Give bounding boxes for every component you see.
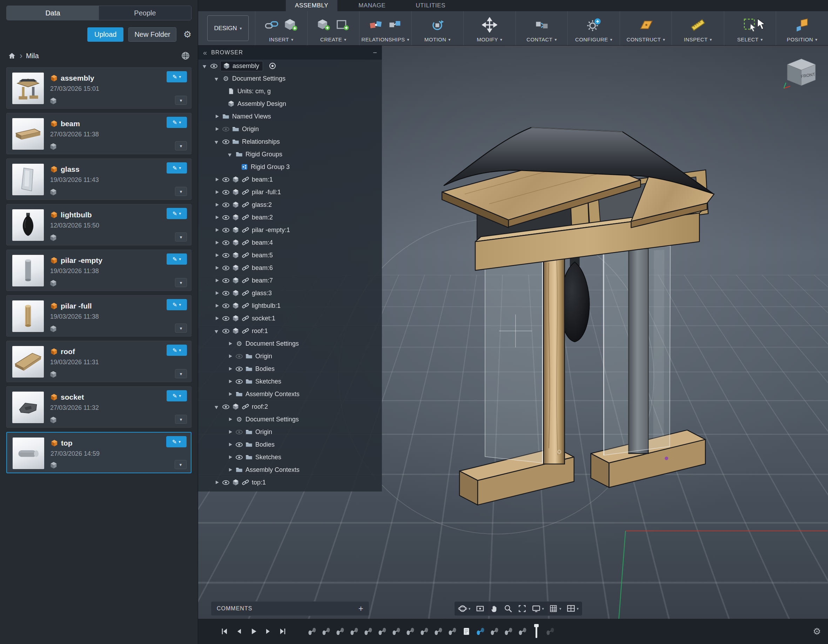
tab-utilities[interactable]: UTILITIES xyxy=(406,0,455,11)
pillar-wood[interactable] xyxy=(544,249,565,464)
edit-in-place-button[interactable]: ✎▾ xyxy=(166,390,187,401)
grid-settings[interactable]: ▾ xyxy=(549,604,561,613)
node-assembly[interactable]: assembly xyxy=(198,60,382,72)
inspect-menu[interactable]: INSPECT▾ xyxy=(684,36,712,44)
node-units[interactable]: Units: cm, g xyxy=(198,85,382,97)
rigid-group-icon[interactable] xyxy=(387,17,403,33)
expand-chevron-icon[interactable] xyxy=(227,354,233,359)
contact-sets-icon[interactable] xyxy=(534,17,550,33)
timeline-joint-icon-suppressed[interactable] xyxy=(546,627,555,636)
node-rigid-groups[interactable]: Rigid Groups xyxy=(198,148,382,161)
expand-chevron-icon[interactable] xyxy=(214,177,220,182)
item-menu-button[interactable]: ▾ xyxy=(175,324,187,333)
expand-chevron-icon[interactable] xyxy=(214,480,220,485)
expand-chevron-icon[interactable] xyxy=(227,341,233,346)
node-origin[interactable]: Origin xyxy=(198,123,382,135)
insert-link-icon[interactable] xyxy=(264,17,279,33)
expand-chevron-icon[interactable] xyxy=(214,278,220,283)
node-beam-2[interactable]: beam:2 xyxy=(198,211,382,224)
item-menu-button[interactable]: ▾ xyxy=(175,460,187,469)
fit-tool[interactable] xyxy=(518,604,527,613)
timeline-joint-icon[interactable] xyxy=(350,627,359,636)
node-assembly-design[interactable]: Assembly Design xyxy=(198,97,382,110)
orbit-tool[interactable]: ▾ xyxy=(458,604,470,613)
visibility-off-icon[interactable] xyxy=(236,354,243,359)
node-roof2-origin[interactable]: Origin xyxy=(198,426,382,438)
visibility-on-icon[interactable] xyxy=(222,304,229,308)
visibility-off-icon[interactable] xyxy=(222,127,229,132)
item-menu-button[interactable]: ▾ xyxy=(175,96,187,105)
node-glass-2[interactable]: glass:2 xyxy=(198,198,382,211)
timeline-joint-icon[interactable] xyxy=(504,627,513,636)
workspace-selector[interactable]: DESIGN▾ xyxy=(207,16,249,41)
tab-manage[interactable]: MANAGE xyxy=(349,0,395,11)
collapse-chevron-icon[interactable] xyxy=(214,139,220,144)
node-beam-7[interactable]: beam:7 xyxy=(198,274,382,287)
node-roof1-origin[interactable]: Origin xyxy=(198,350,382,362)
item-menu-button[interactable]: ▾ xyxy=(175,187,187,196)
visibility-on-icon[interactable] xyxy=(236,379,243,384)
node-roof1-sketches[interactable]: Sketches xyxy=(198,375,382,388)
step-back-button[interactable] xyxy=(232,625,245,638)
breadcrumb-project[interactable]: Mila xyxy=(26,52,39,60)
joint-icon[interactable] xyxy=(368,17,384,33)
expand-chevron-icon[interactable] xyxy=(214,114,220,119)
item-menu-button[interactable]: ▾ xyxy=(175,232,187,241)
viewport-3d[interactable]: « BROWSER − assembly ⚙ Document xyxy=(198,45,828,619)
display-settings[interactable]: ▾ xyxy=(532,604,544,613)
visibility-on-icon[interactable] xyxy=(222,316,229,321)
item-top[interactable]: top 27/03/2026 14:59 ✎▾ ▾ xyxy=(6,432,191,473)
timeline-joint-icon[interactable] xyxy=(448,627,457,636)
visibility-on-icon[interactable] xyxy=(222,291,229,296)
visibility-on-icon[interactable] xyxy=(222,203,229,207)
timeline-joint-icon[interactable] xyxy=(490,627,499,636)
node-roof1-assembly-contexts[interactable]: Assembly Contexts xyxy=(198,388,382,400)
edit-in-place-button[interactable]: ✎▾ xyxy=(166,162,187,174)
collapse-chevron-icon[interactable] xyxy=(214,76,220,81)
node-document-settings[interactable]: ⚙ Document Settings xyxy=(198,72,382,85)
expand-chevron-icon[interactable] xyxy=(214,215,220,220)
select-menu[interactable]: SELECT▾ xyxy=(737,36,763,44)
node-glass-3[interactable]: glass:3 xyxy=(198,287,382,299)
insert-menu[interactable]: INSERT▾ xyxy=(269,36,293,44)
view-cube[interactable]: FRONT xyxy=(781,50,823,92)
visibility-on-icon[interactable] xyxy=(222,215,229,220)
visibility-on-icon[interactable] xyxy=(222,329,229,334)
item-pilar-full[interactable]: pilar -full 19/03/2026 11:38 ✎▾ ▾ xyxy=(6,295,191,337)
visibility-on-icon[interactable] xyxy=(222,480,229,485)
node-beam-5[interactable]: beam:5 xyxy=(198,249,382,262)
edit-in-place-button[interactable]: ✎▾ xyxy=(166,436,187,447)
edit-in-place-button[interactable]: ✎▾ xyxy=(166,208,187,219)
visibility-on-icon[interactable] xyxy=(236,367,243,371)
visibility-on-icon[interactable] xyxy=(222,404,229,409)
item-menu-button[interactable]: ▾ xyxy=(175,141,187,150)
position-menu[interactable]: POSITION▾ xyxy=(787,36,817,44)
home-icon[interactable] xyxy=(8,52,16,60)
timeline-joint-icon[interactable] xyxy=(420,627,429,636)
node-named-views[interactable]: Named Views xyxy=(198,110,382,123)
contact-menu[interactable]: CONTACT▾ xyxy=(526,36,557,44)
capture-position-icon[interactable] xyxy=(794,17,810,33)
item-beam[interactable]: beam 27/03/2026 11:38 ✎▾ ▾ xyxy=(6,113,191,154)
skip-to-start-button[interactable] xyxy=(218,625,231,638)
new-component-icon[interactable] xyxy=(316,17,331,33)
expand-chevron-icon[interactable] xyxy=(227,417,233,422)
edit-in-place-button[interactable]: ✎▾ xyxy=(166,117,187,128)
node-roof1-bodies[interactable]: Bodies xyxy=(198,362,382,375)
collapse-chevron-icon[interactable] xyxy=(227,152,233,157)
expand-chevron-icon[interactable] xyxy=(227,429,233,435)
expand-chevron-icon[interactable] xyxy=(214,291,220,296)
activate-radio-icon[interactable] xyxy=(269,63,276,69)
timeline-joint-icon[interactable] xyxy=(392,627,401,636)
item-pilar-empty[interactable]: pilar -empty 19/03/2026 11:38 ✎▾ ▾ xyxy=(6,250,191,291)
item-menu-button[interactable]: ▾ xyxy=(175,369,187,378)
configure-icon[interactable] xyxy=(586,17,601,33)
timeline-joint-icon[interactable] xyxy=(406,627,415,636)
skip-to-end-button[interactable] xyxy=(277,625,289,638)
timeline-settings-gear-icon[interactable]: ⚙ xyxy=(813,627,821,636)
collapse-chevron-icon[interactable] xyxy=(214,329,220,334)
timeline-joint-icon[interactable] xyxy=(364,627,373,636)
collapse-chevron-icon[interactable] xyxy=(214,404,220,409)
visibility-on-icon[interactable] xyxy=(236,455,243,460)
measure-icon[interactable] xyxy=(690,17,706,33)
